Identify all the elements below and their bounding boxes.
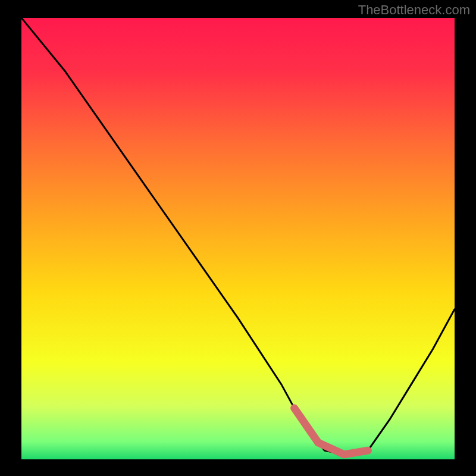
watermark-text: TheBottleneck.com	[358, 2, 470, 18]
chart-frame	[21, 18, 455, 459]
bottleneck-curve	[21, 18, 455, 459]
